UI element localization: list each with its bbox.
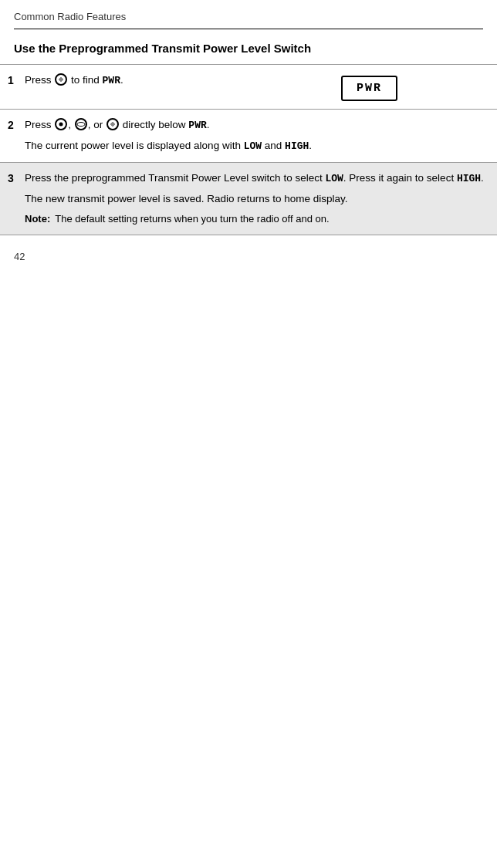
note-text: The default setting returns when you tur… (55, 212, 329, 227)
step2-sub: The current power level is displayed alo… (25, 138, 491, 154)
low-label-step2: LOW (244, 140, 262, 152)
step-number-3: 3 (0, 162, 22, 235)
step-content-1: Press to find PWR. (22, 65, 335, 110)
button-double-icon (75, 118, 87, 130)
step-content-3: Press the preprogrammed Transmit Power L… (22, 162, 497, 235)
pwr-label-step2: PWR (188, 120, 206, 131)
nav-button-icon (55, 73, 67, 86)
high-label-step2: HIGH (285, 140, 309, 152)
note-label: Note: (25, 212, 50, 227)
step-content-2: Press , , or directly below PWR. The cur… (22, 110, 497, 163)
button-single-icon (55, 118, 67, 130)
step-illustration-1: PWR (335, 65, 497, 110)
page-header: Common Radio Features (0, 0, 497, 29)
pwr-box-label: PWR (357, 82, 382, 95)
step3-main: Press the preprogrammed Transmit Power L… (25, 171, 491, 187)
step-number-1: 1 (0, 65, 22, 110)
pwr-display-box: PWR (341, 76, 397, 101)
pwr-label-inline: PWR (103, 75, 120, 86)
button-nav-icon (106, 118, 119, 130)
step2-main: Press , , or directly below PWR. (25, 117, 491, 133)
step1-text: Press to find PWR. (25, 74, 123, 86)
low-label-step3: LOW (325, 173, 343, 184)
page-number: 42 (14, 251, 25, 262)
high-label-step3: HIGH (457, 173, 481, 184)
section-title: Use the Preprogrammed Transmit Power Lev… (0, 29, 497, 64)
step-row-1: 1 Press to find PWR. PWR (0, 65, 497, 110)
step-row-2: 2 Press , , or directly below PWR. The c… (0, 110, 497, 163)
step-number-2: 2 (0, 110, 22, 163)
step3-sub: The new transmit power level is saved. R… (25, 191, 491, 207)
step-row-3: 3 Press the preprogrammed Transmit Power… (0, 162, 497, 235)
step3-note: Note: The default setting returns when y… (25, 212, 491, 227)
header-title: Common Radio Features (14, 11, 126, 22)
page-footer: 42 (0, 235, 497, 270)
instruction-table: 1 Press to find PWR. PWR 2 Press , , or … (0, 64, 497, 235)
